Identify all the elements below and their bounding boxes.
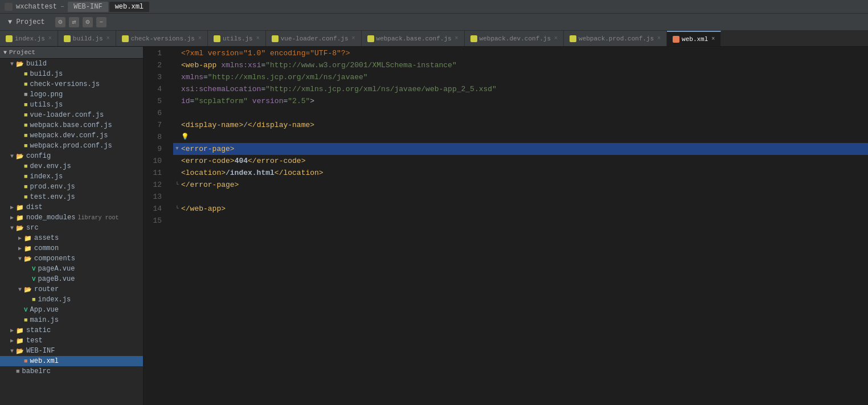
tab-label: check-versions.js xyxy=(131,35,195,42)
tree-label: index.js xyxy=(38,296,71,304)
tree-chevron: ▼ xyxy=(16,287,24,293)
tree-item-webpack.prod.conf.js[interactable]: ■webpack.prod.conf.js xyxy=(0,141,143,151)
tree-item-web.xml[interactable]: ■web.xml xyxy=(0,356,143,366)
tree-item-node_modules[interactable]: ▶📁node_moduleslibrary root xyxy=(0,212,143,223)
gear-icon[interactable]: ⚙ xyxy=(83,17,93,27)
file-tab-web-xml[interactable]: web.xml× xyxy=(667,31,721,46)
tab-close[interactable]: × xyxy=(554,35,558,42)
tab-close[interactable]: × xyxy=(455,35,458,42)
tree-item-check-versions.js[interactable]: ■check-versions.js xyxy=(0,79,143,89)
tab-close[interactable]: × xyxy=(107,35,110,42)
tree-item-WEB-INF[interactable]: ▼📂WEB-INF xyxy=(0,346,143,356)
tree-item-assets[interactable]: ▶📁assets xyxy=(0,233,143,243)
line-content-13 xyxy=(181,191,186,203)
line-number-12: 12 xyxy=(144,179,162,191)
tree-item-pageB.vue[interactable]: VpageB.vue xyxy=(0,274,143,284)
tree-item-src[interactable]: ▼📂src xyxy=(0,223,143,233)
file-tab-build-js[interactable]: build.js× xyxy=(58,31,116,46)
file-tabs: index.js×build.js×check-versions.js×util… xyxy=(0,31,868,47)
line-number-4: 4 xyxy=(144,83,162,95)
file-icon-js: ■ xyxy=(32,296,36,303)
code-line-14: └</web-app> xyxy=(173,203,868,215)
tree-label: pageA.vue xyxy=(38,265,75,273)
tree-item-main.js[interactable]: ■main.js xyxy=(0,315,143,325)
file-tab-utils-js[interactable]: utils.js× xyxy=(208,31,266,46)
tree-item-dist[interactable]: ▶📁dist xyxy=(0,202,143,212)
tree-item-build.js[interactable]: ■build.js xyxy=(0,69,143,79)
tree-item-router-index.js[interactable]: ■index.js xyxy=(0,294,143,305)
tree-label: src xyxy=(26,224,39,232)
tab-icon xyxy=(6,35,13,42)
tree-item-router[interactable]: ▼📂router xyxy=(0,284,143,294)
tree-item-static[interactable]: ▶📁static xyxy=(0,325,143,336)
tab-close[interactable]: × xyxy=(48,35,52,42)
tree-label: common xyxy=(34,244,59,252)
tab-icon xyxy=(570,35,576,42)
tab-label: web.xml xyxy=(682,36,708,43)
tree-item-prod.env.js[interactable]: ■prod.env.js xyxy=(0,182,143,192)
file-icon-js: ■ xyxy=(24,317,28,324)
fold-gutter-12[interactable]: └ xyxy=(173,179,181,191)
tree-label: web.xml xyxy=(30,357,59,365)
file-tab-index-js[interactable]: index.js× xyxy=(0,31,58,46)
tab-close[interactable]: × xyxy=(657,35,661,42)
tree-item-common[interactable]: ▶📁common xyxy=(0,243,143,253)
tab-icon xyxy=(214,35,220,42)
tab-icon xyxy=(470,35,477,42)
tree-item-webpack.base.conf.js[interactable]: ■webpack.base.conf.js xyxy=(0,120,143,130)
tab-icon xyxy=(64,35,71,42)
code-area[interactable]: <?xml version="1.0" encoding="UTF-8"?><w… xyxy=(167,47,868,405)
tree-label: prod.env.js xyxy=(30,183,75,191)
title-tab-webxml[interactable]: web.xml xyxy=(109,2,149,12)
tree-item-config[interactable]: ▼📂config xyxy=(0,151,143,161)
tree-item-index.js2[interactable]: ■index.js xyxy=(0,171,143,182)
tree-item-components[interactable]: ▼📂components xyxy=(0,253,143,264)
tab-label: webpack.prod.conf.js xyxy=(579,35,654,42)
file-tab-webpack-base-conf-js[interactable]: webpack.base.conf.js× xyxy=(362,31,465,46)
file-tab-webpack-dev-conf-js[interactable]: webpack.dev.conf.js× xyxy=(465,31,564,46)
code-line-8: 💡 xyxy=(173,131,868,143)
tree-label: webpack.prod.conf.js xyxy=(30,142,112,150)
tab-close[interactable]: × xyxy=(198,35,202,42)
file-tab-vue-loader-conf-js[interactable]: vue-loader.conf.js× xyxy=(266,31,362,46)
code-line-11: <location>/index.html</location> xyxy=(173,167,868,179)
sync-icon[interactable]: ⇄ xyxy=(69,17,79,27)
title-tab-webinf[interactable]: WEB-INF xyxy=(68,2,108,12)
project-header[interactable]: ▼ Project xyxy=(0,47,143,59)
tree-chevron: ▶ xyxy=(16,245,24,252)
tree-item-test[interactable]: ▶📁test xyxy=(0,336,143,346)
tree-item-test.env.js[interactable]: ■test.env.js xyxy=(0,192,143,202)
tree-item-dev.env.js[interactable]: ■dev.env.js xyxy=(0,161,143,171)
file-icon-js: ■ xyxy=(24,183,28,190)
file-icon-folder: 📁 xyxy=(16,204,24,211)
tab-close[interactable]: × xyxy=(352,35,355,42)
file-icon-js: ■ xyxy=(24,194,28,201)
tree-label: config xyxy=(26,152,51,160)
minus-icon[interactable]: – xyxy=(96,17,107,27)
fold-gutter-14[interactable]: └ xyxy=(173,203,181,215)
file-tab-check-versions-js[interactable]: check-versions.js× xyxy=(116,31,208,46)
file-tab-webpack-prod-conf-js[interactable]: webpack.prod.conf.js× xyxy=(564,31,667,46)
code-line-4: xsi:schemaLocation="http://xmlns.jcp.org… xyxy=(173,83,868,95)
tree-item-pageA.vue[interactable]: VpageA.vue xyxy=(0,264,143,274)
tree-item-App.vue[interactable]: VApp.vue xyxy=(0,305,143,315)
line-content-9: <error-page> xyxy=(181,143,235,155)
settings-icon[interactable]: ⚙ xyxy=(55,17,65,27)
file-icon-folder: 📁 xyxy=(24,245,32,252)
project-dropdown[interactable]: ▼ Project xyxy=(3,17,50,27)
line-number-13: 13 xyxy=(144,191,162,203)
hint-icon-line8[interactable]: 💡 xyxy=(181,133,189,141)
tab-close[interactable]: × xyxy=(256,35,260,42)
tree-item-build[interactable]: ▼📂build xyxy=(0,59,143,69)
line-content-2: <web-app xmlns:xsi="http://www.w3.org/20… xyxy=(181,59,457,71)
tree-item-babelrc[interactable]: ■babelrc xyxy=(0,366,143,377)
tree-label: webpack.dev.conf.js xyxy=(30,132,108,140)
tab-close[interactable]: × xyxy=(711,36,715,42)
fold-gutter-9[interactable]: ▼ xyxy=(173,143,181,155)
tree-item-vue-loader.conf.js[interactable]: ■vue-loader.conf.js xyxy=(0,110,143,120)
tree-item-webpack.dev.conf.js[interactable]: ■webpack.dev.conf.js xyxy=(0,130,143,141)
code-line-13 xyxy=(173,191,868,203)
file-icon-js: ■ xyxy=(24,81,28,88)
tree-item-utils.js[interactable]: ■utils.js xyxy=(0,100,143,110)
tree-item-logo.png[interactable]: ■logo.png xyxy=(0,89,143,100)
